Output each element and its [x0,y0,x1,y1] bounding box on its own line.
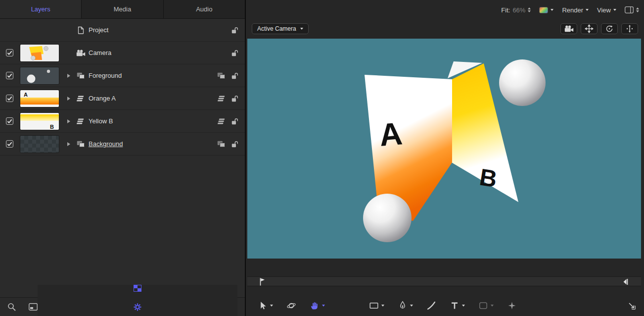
visibility-checkbox[interactable] [6,72,13,79]
layer-list-empty-area[interactable] [0,156,245,297]
brush-stroke-icon [426,301,436,311]
canvas-toolbar: Fit: 66% Render View [246,0,644,20]
layer-thumbnail[interactable]: B [20,112,59,130]
active-camera-menu[interactable]: Active Camera [252,23,309,34]
chevron-down-icon [270,305,273,307]
visibility-checkbox[interactable] [6,140,13,148]
layer-row-foreground[interactable]: Foreground [0,64,245,87]
text-tool[interactable] [450,301,465,311]
lock-icon[interactable] [231,50,238,56]
layers-badge-icon[interactable] [218,118,226,124]
settings-gear-icon[interactable] [133,303,142,312]
canvas[interactable]: B A [247,39,641,259]
svg-text:B: B [50,124,54,130]
bezier-tool[interactable] [398,301,413,311]
end-of-range-icon[interactable] [622,278,628,286]
document-icon [75,26,87,34]
playhead-marker-icon[interactable] [259,277,265,286]
visibility-checkbox[interactable] [6,49,13,56]
lock-icon[interactable] [231,27,238,34]
lock-icon[interactable] [231,141,238,148]
chevron-down-icon [491,305,494,307]
transform-3d-tool[interactable] [286,301,296,311]
pan-hand-tool[interactable] [310,301,325,311]
window-layout-control[interactable] [625,6,639,13]
orbit-view-button[interactable] [601,23,618,34]
tab-media-label: Media [114,5,131,13]
text-t-icon [450,301,460,311]
visibility-checkbox[interactable] [6,95,13,102]
check-icon [7,96,12,101]
sphere-bottom-object[interactable] [363,194,412,242]
layer-list: Project C [0,19,245,297]
hand-icon [310,301,320,311]
layers-badge-icon[interactable] [218,96,226,102]
layer-name[interactable]: Project [89,26,108,34]
layout-stepper[interactable] [636,7,639,12]
sphere-top-object[interactable] [499,59,546,106]
layer-row-yellow-b[interactable]: B Yellow B [0,110,245,133]
lock-icon[interactable] [231,72,238,79]
render-menu[interactable]: Render [562,6,589,14]
color-channels-icon [539,7,548,13]
check-icon [7,142,12,147]
layer-name[interactable]: Orange A [89,95,116,102]
layer-row-camera[interactable]: Camera [0,42,245,64]
card-a-letter[interactable]: A [378,115,404,153]
mini-timeline-track[interactable] [247,276,641,286]
lock-icon[interactable] [231,118,238,125]
layers-stack-icon [75,118,87,124]
view-menu[interactable]: View [597,6,616,14]
channels-menu[interactable] [539,7,553,13]
zoom-value[interactable]: 66% [512,6,525,14]
rectangle-tool[interactable] [369,301,384,311]
layer-thumbnail[interactable] [20,67,59,85]
group-badge-icon[interactable] [217,72,226,79]
layer-row-background[interactable]: Background [0,133,245,156]
pane-layout-icon [625,6,634,13]
group-icon [75,72,87,79]
adjust-effects-tool[interactable] [507,301,517,311]
mask-tool[interactable] [478,301,494,311]
visibility-checkbox[interactable] [6,117,13,125]
expand-timing-button[interactable] [627,301,636,310]
camera-view-button[interactable] [560,23,577,34]
layer-name[interactable]: Yellow B [89,117,113,125]
dolly-view-button[interactable] [621,23,638,34]
view-label: View [597,6,611,14]
chevron-down-icon [586,9,589,11]
chevron-down-icon [322,305,325,307]
group-badge-icon[interactable] [217,141,226,148]
layer-name[interactable]: Camera [89,49,111,56]
disclosure-triangle-icon[interactable] [67,74,70,78]
zoom-control[interactable]: Fit: 66% [501,6,531,14]
check-icon [7,51,12,55]
render-label: Render [562,6,583,14]
layer-name[interactable]: Background [89,140,123,148]
layer-name[interactable]: Foreground [89,72,122,79]
tab-audio[interactable]: Audio [164,0,245,18]
layer-thumbnail[interactable] [20,135,59,153]
transparency-checkerboard-icon[interactable] [134,285,141,292]
disclosure-triangle-icon[interactable] [67,119,70,123]
tab-layers[interactable]: Layers [0,0,82,18]
layer-row-orange-a[interactable]: A Orange A [0,87,245,110]
zoom-stepper[interactable] [528,7,531,12]
preview-frame-icon[interactable] [29,303,38,311]
disclosure-triangle-icon[interactable] [67,142,70,146]
search-icon[interactable] [7,303,16,311]
chevron-down-icon [613,9,616,11]
layer-thumbnail[interactable]: A [20,90,59,107]
paint-stroke-tool[interactable] [426,301,436,311]
layers-stack-icon [75,96,87,102]
disclosure-triangle-icon[interactable] [67,97,70,101]
lock-icon[interactable] [231,95,238,102]
check-icon [7,73,12,78]
fit-label: Fit: [501,6,510,14]
select-tool[interactable] [258,301,273,311]
layer-row-project[interactable]: Project [0,19,245,42]
cursor-arrow-icon [258,301,268,311]
tab-media[interactable]: Media [82,0,163,18]
pan-view-button[interactable] [581,23,598,34]
layer-thumbnail[interactable] [20,44,59,62]
